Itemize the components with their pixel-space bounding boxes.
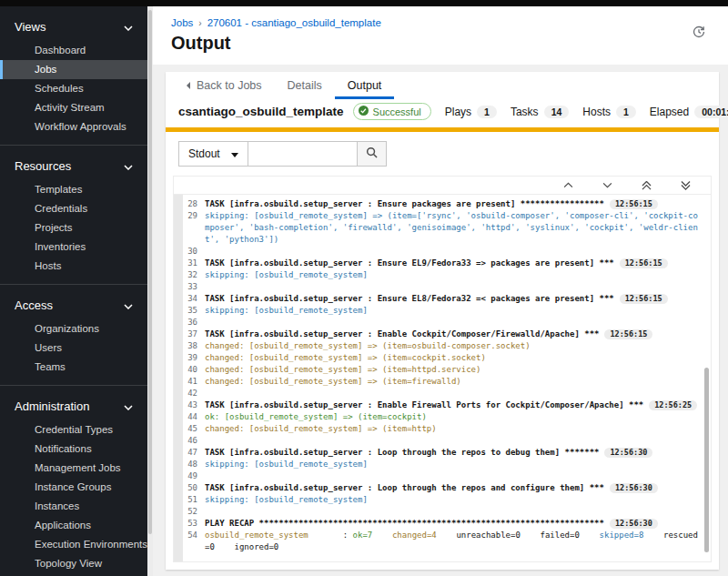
line-text [205,317,711,328]
timestamp-badge: 12:56:30 [610,483,658,493]
sidebar-item-jobs[interactable]: Jobs [0,60,147,79]
output-line[interactable]: 32skipping: [osbuild_remote_system] [183,269,711,281]
sidebar-item-schedules[interactable]: Schedules [0,79,147,98]
sidebar-item-notifications[interactable]: Notifications [0,440,147,459]
line-number: 34 [183,293,205,305]
output-line[interactable]: 54osbuild_remote_system : ok=7 changed=4… [183,530,711,553]
sidebar-section-header-views[interactable]: Views [0,13,147,41]
output-line[interactable]: 40changed: [osbuild_remote_system] => (i… [183,364,711,376]
job-output-card: Back to Jobs Details Output csantiago_os… [166,72,719,570]
sidebar-section-header-access[interactable]: Access [0,291,147,319]
tab-bar: Back to Jobs Details Output [166,72,719,99]
line-text: skipping: [osbuild_remote_system] [205,269,711,281]
output-line[interactable]: 30 [183,246,711,258]
scroll-bottom-icon[interactable] [681,181,691,190]
sidebar-item-projects[interactable]: Projects [0,218,147,237]
page-scrollbar[interactable] [147,6,153,576]
job-stat-hosts: Hosts1 [582,106,636,118]
chevron-down-icon [124,399,133,413]
output-line[interactable]: 50TASK [infra.osbuild.setup_server : Loo… [183,482,711,494]
line-number: 36 [183,317,205,328]
sidebar-item-users[interactable]: Users [0,339,147,358]
output-line[interactable]: 37TASK [infra.osbuild.setup_server : Ena… [183,328,711,340]
search-button[interactable] [358,141,387,167]
sidebar-item-hosts[interactable]: Hosts [0,257,147,276]
sidebar-item-teams[interactable]: Teams [0,358,147,377]
output-line[interactable]: 28TASK [infra.osbuild.setup_server : Ens… [183,198,711,210]
tab-output[interactable]: Output [335,72,395,99]
line-text: skipping: [osbuild_remote_system] [205,459,711,470]
scroll-previous-icon[interactable] [563,182,573,188]
scroll-top-icon[interactable] [642,181,652,190]
line-number: 46 [183,435,205,447]
sidebar-nav: ViewsDashboardJobsSchedulesActivity Stre… [0,6,147,576]
output-line[interactable]: 52 [183,506,711,518]
sidebar-item-credential-types[interactable]: Credential Types [0,420,147,440]
page-scrollbar-thumb[interactable] [148,10,152,534]
search-icon [366,146,378,162]
sidebar-section-header-resources[interactable]: Resources [0,152,147,180]
console-toolbar [174,177,711,195]
sidebar-item-organizations[interactable]: Organizations [0,319,147,339]
line-number: 28 [183,198,205,210]
breadcrumb-link-jobs[interactable]: Jobs [171,17,193,28]
sidebar-section-access: AccessOrganizationsUsersTeams [0,284,147,385]
output-line[interactable]: 53PLAY RECAP ***************************… [183,518,711,530]
sidebar-item-dashboard[interactable]: Dashboard [0,41,147,60]
page-body: Back to Jobs Details Output csantiago_os… [153,65,728,576]
output-line[interactable]: 31TASK [infra.osbuild.setup_server : Ens… [183,258,711,269]
line-number: 53 [183,518,205,530]
scroll-next-icon[interactable] [602,182,612,188]
timestamp-badge: 12:56:25 [649,400,697,410]
output-line[interactable]: 33 [183,281,711,293]
tab-details[interactable]: Details [275,72,335,99]
sidebar-item-instances[interactable]: Instances [0,497,147,516]
output-line[interactable]: 44ok: [osbuild_remote_system] => (item=c… [183,411,711,423]
output-line[interactable]: 34TASK [infra.osbuild.setup_server : Ens… [183,293,711,305]
output-line[interactable]: 35skipping: [osbuild_remote_system] [183,305,711,317]
tab-back-label: Back to Jobs [197,79,262,92]
sidebar-section-header-administration[interactable]: Administration [0,392,147,420]
line-number: 45 [183,423,205,435]
search-filter-dropdown[interactable]: Stdout [178,141,248,167]
output-line[interactable]: 42 [183,388,711,399]
line-text [205,246,711,258]
sidebar-item-credentials[interactable]: Credentials [0,199,147,218]
sidebar-item-topology-view[interactable]: Topology View [0,554,147,573]
console-scrollbar[interactable] [704,197,709,560]
output-line[interactable]: 43TASK [infra.osbuild.setup_server : Ena… [183,399,711,411]
job-stat-plays: Plays1 [445,106,497,118]
console-scrollbar-thumb[interactable] [704,368,709,552]
output-line[interactable]: 49 [183,470,711,482]
line-text: changed: [osbuild_remote_system] => (ite… [205,376,711,388]
breadcrumb-link-job[interactable]: 270601 - csantiago_osbuild_template [207,17,381,28]
sidebar-item-execution-environments[interactable]: Execution Environments [0,535,147,554]
output-line[interactable]: 29skipping: [osbuild_remote_system] => (… [183,210,711,246]
output-line[interactable]: 41changed: [osbuild_remote_system] => (i… [183,376,711,388]
output-line[interactable]: 38changed: [osbuild_remote_system] => (i… [183,340,711,352]
sidebar-item-activity-stream[interactable]: Activity Stream [0,98,147,117]
sidebar-item-inventories[interactable]: Inventories [0,237,147,257]
output-line[interactable]: 36 [183,317,711,328]
sidebar-item-workflow-approvals[interactable]: Workflow Approvals [0,117,147,136]
output-line[interactable]: 39changed: [osbuild_remote_system] => (i… [183,352,711,364]
sidebar-item-templates[interactable]: Templates [0,180,147,199]
sidebar-item-applications[interactable]: Applications [0,516,147,535]
output-line[interactable]: 48skipping: [osbuild_remote_system] [183,459,711,470]
main-content: Jobs › 270601 - csantiago_osbuild_templa… [153,6,728,576]
output-line[interactable]: 51skipping: [osbuild_remote_system] [183,494,711,506]
line-text: skipping: [osbuild_remote_system] => (it… [205,210,711,246]
output-line[interactable]: 46 [183,435,711,447]
line-number: 38 [183,340,205,352]
search-input[interactable] [248,141,358,167]
sidebar-item-instance-groups[interactable]: Instance Groups [0,478,147,497]
sidebar-item-management-jobs[interactable]: Management Jobs [0,459,147,478]
timestamp-badge: 12:56:30 [610,519,658,529]
sidebar-section-title: Administration [15,399,89,413]
output-line[interactable]: 47TASK [infra.osbuild.setup_server : Loo… [183,447,711,459]
output-line[interactable]: 45changed: [osbuild_remote_system] => (i… [183,423,711,435]
tab-back-to-jobs[interactable]: Back to Jobs [173,72,275,99]
line-text [205,470,711,482]
breadcrumb: Jobs › 270601 - csantiago_osbuild_templa… [171,17,708,28]
history-icon[interactable] [692,25,706,43]
